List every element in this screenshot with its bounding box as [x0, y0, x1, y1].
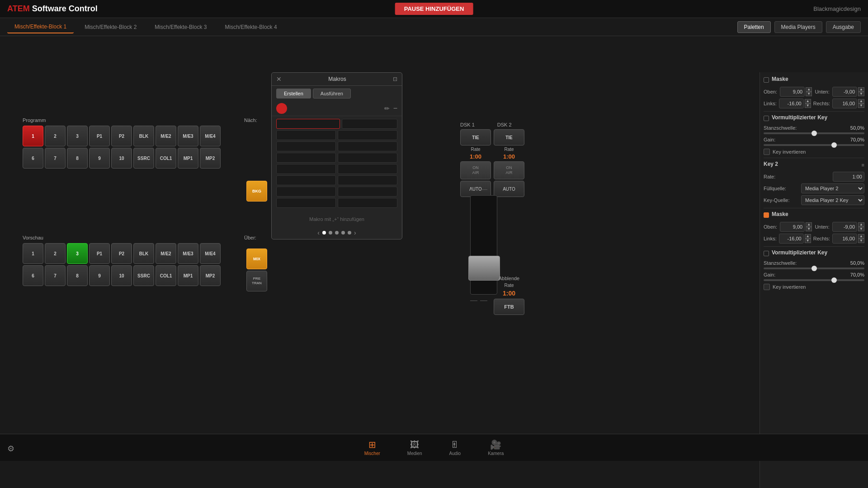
gain2-thumb[interactable]	[831, 277, 837, 283]
prog-btn-blk[interactable]: BLK	[133, 126, 154, 146]
macros-tab-ausfuehren[interactable]: Ausführen	[313, 89, 351, 99]
prev-btn-1[interactable]: 1	[23, 243, 43, 264]
tab-mix-block-2[interactable]: Misch/Effekte-Block 2	[77, 21, 144, 33]
prev-btn-8[interactable]: 8	[67, 265, 88, 286]
maske1-unten-input[interactable]	[832, 87, 857, 97]
prog-btn-8[interactable]: 8	[67, 148, 88, 169]
prog-btn-me4[interactable]: M/E4	[200, 126, 221, 146]
prev-btn-2[interactable]: 2	[45, 243, 66, 264]
key-invertieren1-checkbox[interactable]	[764, 149, 770, 155]
mix-button[interactable]: MIX	[246, 249, 267, 269]
maske2-unten-up[interactable]: ▲	[858, 222, 864, 227]
prev-btn-blk[interactable]: BLK	[133, 243, 154, 264]
maske2-rechts-spin[interactable]: ▲ ▼	[858, 234, 864, 243]
macros-page-dot-2[interactable]	[329, 231, 332, 235]
nav-item-kamera[interactable]: 🎥 Kamera	[488, 439, 504, 456]
maske2-links-input[interactable]	[779, 234, 804, 244]
prog-btn-p1[interactable]: P1	[89, 126, 110, 146]
vormult1-indicator[interactable]	[764, 116, 769, 121]
settings-button[interactable]: ⚙	[7, 444, 14, 454]
prog-btn-9[interactable]: 9	[89, 148, 110, 169]
maske2-indicator[interactable]	[764, 212, 769, 218]
maske2-rechts-down[interactable]: ▼	[858, 239, 864, 243]
dsk1-onair-button[interactable]: ONAIR	[460, 161, 491, 179]
maske1-oben-spin[interactable]: ▲ ▼	[806, 87, 812, 96]
prog-btn-col1[interactable]: COL1	[156, 148, 176, 169]
prev-btn-6[interactable]: 6	[23, 265, 43, 286]
maske2-rechts-input[interactable]	[832, 234, 857, 244]
key2-menu-icon[interactable]: ≡	[862, 162, 864, 168]
maske1-links-input[interactable]	[779, 99, 804, 108]
prog-btn-ssrc[interactable]: SSRC	[133, 148, 154, 169]
maske2-links-spin[interactable]: ▲ ▼	[805, 234, 811, 243]
macros-edit-button[interactable]: ✏	[384, 105, 390, 112]
maske1-unten-spin[interactable]: ▲ ▼	[858, 87, 864, 96]
pause-button[interactable]: PAUSE HINZUFÜGEN	[395, 3, 473, 15]
prev-btn-col1[interactable]: COL1	[156, 265, 176, 286]
tab-ausgabe[interactable]: Ausgabe	[826, 21, 861, 33]
maske2-unten-spin[interactable]: ▲ ▼	[858, 222, 864, 231]
macros-record-button[interactable]	[276, 103, 287, 114]
tab-mix-block-4[interactable]: Misch/Effekte-Block 4	[217, 21, 284, 33]
prev-btn-me4[interactable]: M/E4	[200, 243, 221, 264]
prog-btn-p2[interactable]: P2	[111, 126, 132, 146]
tab-media-players[interactable]: Media Players	[774, 21, 822, 33]
maske1-links-up[interactable]: ▲	[805, 99, 811, 103]
prog-btn-7[interactable]: 7	[45, 148, 66, 169]
prog-btn-10[interactable]: 10	[111, 148, 132, 169]
maske2-oben-input[interactable]	[780, 222, 805, 232]
prev-btn-7[interactable]: 7	[45, 265, 66, 286]
prev-btn-mp1[interactable]: MP1	[178, 265, 198, 286]
maske2-unten-input[interactable]	[832, 222, 857, 232]
dsk1-tie-button[interactable]: TIE	[460, 129, 491, 145]
key2-rate-input[interactable]	[833, 172, 864, 182]
gain2-slider[interactable]	[764, 279, 864, 281]
stanzschwelle2-thumb[interactable]	[811, 266, 817, 271]
prog-btn-6[interactable]: 6	[23, 148, 43, 169]
prog-btn-mp1[interactable]: MP1	[178, 148, 198, 169]
prog-btn-me2[interactable]: M/E2	[156, 126, 176, 146]
prev-btn-ssrc[interactable]: SSRC	[133, 265, 154, 286]
prog-btn-me3[interactable]: M/E3	[178, 126, 198, 146]
maske1-oben-down[interactable]: ▼	[806, 92, 812, 96]
prog-btn-3[interactable]: 3	[67, 126, 88, 146]
stanzschwelle1-thumb[interactable]	[811, 131, 817, 136]
maske1-unten-up[interactable]: ▲	[858, 87, 864, 92]
macros-next-page[interactable]: ›	[354, 229, 356, 236]
macros-expand-button[interactable]: ⊡	[393, 76, 397, 82]
tab-paletten[interactable]: Paletten	[737, 21, 771, 33]
macros-tab-erstellen[interactable]: Erstellen	[276, 89, 311, 99]
fader-track[interactable]	[470, 195, 497, 295]
pre-trans-button[interactable]: PRETRAN	[246, 271, 267, 291]
ftb-button[interactable]: FTB	[494, 299, 524, 315]
bkg-button[interactable]: BKG	[246, 181, 267, 202]
nav-item-medien[interactable]: 🖼 Medien	[407, 440, 422, 456]
maske2-links-down[interactable]: ▼	[805, 239, 811, 243]
maske1-links-down[interactable]: ▼	[805, 103, 811, 108]
key-invertieren2-checkbox[interactable]	[764, 284, 770, 290]
prog-btn-2[interactable]: 2	[45, 126, 66, 146]
maske2-rechts-up[interactable]: ▲	[858, 234, 864, 239]
macros-close-button[interactable]: ✕	[276, 75, 282, 83]
maske1-oben-up[interactable]: ▲	[806, 87, 812, 92]
prev-btn-me3[interactable]: M/E3	[178, 243, 198, 264]
maske1-links-spin[interactable]: ▲ ▼	[805, 99, 811, 108]
maske2-oben-down[interactable]: ▼	[806, 227, 812, 231]
prev-btn-3[interactable]: 3	[67, 243, 88, 264]
nav-item-mischer[interactable]: ⊞ Mischer	[364, 439, 380, 456]
prev-btn-9[interactable]: 9	[89, 265, 110, 286]
maske1-oben-input[interactable]	[780, 87, 805, 97]
prev-btn-mp2[interactable]: MP2	[200, 265, 221, 286]
maske1-rechts-up[interactable]: ▲	[858, 99, 864, 103]
tab-mix-block-3[interactable]: Misch/Effekte-Block 3	[147, 21, 214, 33]
nav-item-audio[interactable]: 🎚 Audio	[449, 440, 461, 456]
gain1-slider[interactable]	[764, 144, 864, 146]
dsk2-auto-button[interactable]: AUTO	[494, 181, 524, 197]
maske2-oben-spin[interactable]: ▲ ▼	[806, 222, 812, 231]
maske1-unten-down[interactable]: ▼	[858, 92, 864, 96]
stanzschwelle1-slider[interactable]	[764, 132, 864, 134]
macros-page-dot-5[interactable]	[348, 231, 351, 235]
macros-delete-button[interactable]: −	[393, 104, 397, 113]
prev-btn-p2[interactable]: P2	[111, 243, 132, 264]
prev-btn-p1[interactable]: P1	[89, 243, 110, 264]
